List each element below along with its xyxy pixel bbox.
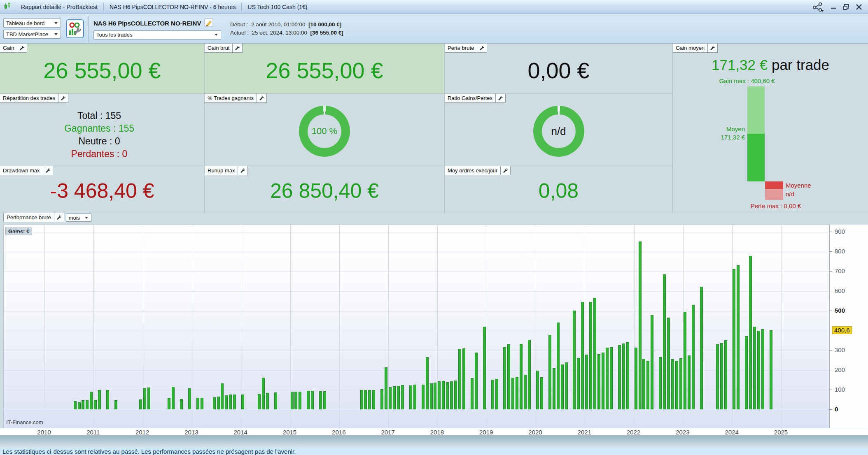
chart-bar [548, 335, 551, 409]
wrench-icon[interactable] [707, 44, 717, 52]
moyen-label-value: 171,32 € [681, 133, 745, 142]
chart-bar [106, 390, 109, 409]
chart-bar [413, 385, 416, 409]
backtest-chart-settings-button[interactable] [66, 19, 84, 38]
minimize-icon[interactable] [830, 4, 837, 10]
trades-filter-select[interactable]: Tous les trades [93, 30, 221, 39]
gain-moyen-headline-value: 171,32 € [712, 57, 768, 73]
chart-bar [442, 381, 445, 409]
chart-bar [409, 385, 412, 409]
strategy-name: NAS H6 PipsCOLLECTOR NO-REINV [93, 20, 201, 27]
chart-bar [642, 359, 645, 409]
app-logo-candlestick-icon [3, 2, 12, 12]
panel-repartition-label: Répartition des trades [0, 94, 58, 102]
chart-bar [720, 343, 723, 409]
y-gridline [4, 311, 829, 311]
x-gridline [339, 225, 340, 428]
y-gridline [4, 291, 829, 292]
wrench-icon[interactable] [238, 166, 247, 175]
chart-bar [323, 391, 326, 409]
chevron-down-icon [85, 217, 88, 219]
chart-bar [389, 387, 392, 409]
chart-bar [217, 397, 220, 409]
y-axis-tick [830, 251, 832, 252]
panel-pct-gagnants-chip: % Trades gagnants [205, 94, 267, 103]
edit-pencil-icon[interactable] [204, 18, 213, 29]
wrench-icon[interactable] [257, 94, 266, 102]
y-axis-highlighted-value: 400,6 [832, 326, 852, 334]
wrench-icon[interactable] [43, 166, 53, 175]
start-capital: [10 000,00 €] [308, 21, 341, 28]
wrench-icon[interactable] [477, 44, 487, 52]
chart-bar [761, 329, 764, 409]
y-gridline [4, 410, 829, 410]
start-date-label: Début : [230, 21, 248, 29]
panel-gain: Gain 26 555,00 € [0, 44, 205, 94]
chart-bar [307, 391, 310, 409]
current-date-row: Actuel : 25 oct. 2024, 13:00:00 [36 555,… [230, 29, 343, 37]
wrench-icon[interactable] [500, 166, 510, 175]
gain-moyen-bar [747, 134, 765, 181]
performance-brute-label: Performance brute [4, 213, 54, 222]
y-axis: 0100200300500600700800900400,6 [829, 225, 868, 428]
wrench-icon[interactable] [232, 44, 242, 52]
chart-bar [622, 344, 625, 409]
x-axis-label: 2025 [769, 429, 793, 436]
chart-bar [577, 358, 580, 409]
probacktest-report-window: Rapport détaillé - ProBacktest NAS H6 Pi… [0, 0, 868, 455]
share-icon[interactable] [812, 2, 824, 12]
status-bar: Les statistiques ci-dessus sont relative… [0, 448, 868, 455]
panel-perte-brute-chip: Perte brute [445, 44, 487, 53]
restore-icon[interactable] [842, 4, 850, 10]
panel-moy-ordres: Moy ordres exec/jour 0,08 [445, 166, 673, 213]
close-icon[interactable] [856, 4, 862, 10]
chart-bar [319, 391, 322, 409]
wrench-icon[interactable] [17, 44, 27, 52]
repartition-neutre: Neutre : 0 [0, 135, 198, 148]
marketplace-select[interactable]: TBD MarketPlace [3, 30, 61, 39]
panel-perte-brute: Perte brute 0,00 € [445, 44, 673, 94]
x-gridline [782, 225, 782, 428]
chart-bar [610, 347, 613, 409]
perte-max-bar [765, 189, 783, 200]
panel-moy-ordres-label: Moy ordres exec/jour [445, 166, 500, 175]
window-title-strategy: NAS H6 PipsCOLLECTOR NO-REINV - 6 heures [103, 2, 241, 12]
current-date-value: 25 oct. 2024, 13:00:00 [252, 30, 307, 36]
panel-ratio: Ratio Gains/Pertes n/d [445, 94, 673, 166]
chart-bar [450, 381, 453, 409]
wrench-icon[interactable] [58, 94, 68, 102]
dashboard-select[interactable]: Tableau de bord [3, 19, 61, 28]
repartition-rows: Total : 155 Gagnantes : 155 Neutre : 0 P… [0, 109, 198, 160]
chart-bar [454, 381, 457, 409]
wrench-icon[interactable] [54, 213, 64, 222]
disclaimer-text: Les statistiques ci-dessus sont relative… [0, 448, 296, 455]
chart-bar [602, 353, 604, 409]
panel-gain-brut: Gain brut 26 555,00 € [205, 44, 445, 94]
bottom-gradient-band [0, 435, 868, 448]
repartition-gagnantes: Gagnantes : 155 [0, 122, 198, 135]
panel-gain-brut-label: Gain brut [205, 44, 232, 52]
chart-bar [201, 398, 203, 409]
chart-bar [589, 302, 592, 409]
x-gridline [93, 225, 94, 428]
moy-ordres-value: 0,08 [445, 179, 672, 203]
chart-bar [446, 382, 449, 409]
period-select[interactable]: mois [66, 214, 91, 222]
chart-bar [168, 398, 170, 409]
chart-bar [679, 358, 682, 409]
wrench-icon[interactable] [495, 94, 505, 102]
chart-bar [585, 355, 588, 409]
chart-bar [294, 392, 297, 409]
x-axis-label: 2013 [179, 429, 204, 436]
chart-bar [74, 401, 77, 409]
y-axis-tick [830, 390, 832, 390]
panel-moy-ordres-chip: Moy ordres exec/jour [445, 166, 511, 175]
chart-bar [196, 398, 199, 409]
chart-bar [213, 397, 216, 409]
chart-bar [618, 345, 621, 409]
gain-max-bar [747, 86, 765, 134]
y-axis-label: 800 [835, 248, 845, 255]
y-gridline [4, 390, 829, 390]
chart-bar [639, 241, 642, 409]
chart-bar [426, 357, 429, 409]
